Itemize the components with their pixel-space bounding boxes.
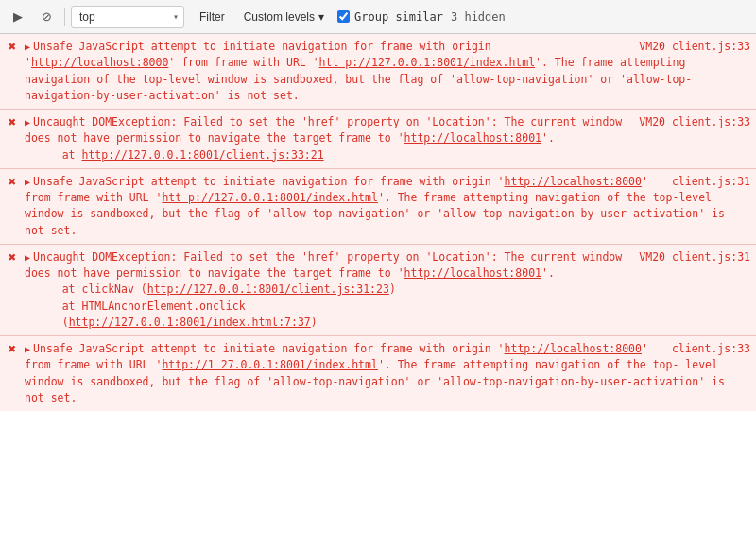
error-icon: ✖ [6,115,19,128]
log-stack: at http://127.0.0.1:8001/client.js:33:21 [25,147,750,163]
log-link[interactable]: htt p://127.0.0.1:8001/index.html [162,191,377,204]
log-source: VM20 client.js:33 [639,114,750,130]
log-message: VM20 client.js:33 ▶Uncaught DOMException… [25,114,750,147]
group-similar-wrap: Group similar [337,10,443,24]
log-entry: ✖ VM20 client.js:33 ▶Unsafe JavaScript a… [0,34,756,110]
group-similar-checkbox[interactable] [337,10,350,23]
log-link[interactable]: htt p://127.0.0.1:8001/index.html [319,56,535,69]
expand-icon[interactable]: ▶ [25,115,30,129]
log-message: client.js:31 ▶Unsafe JavaScript attempt … [25,174,750,239]
log-source: VM20 client.js:31 [639,249,750,265]
log-link[interactable]: http://localhost:8001 [404,266,541,280]
stop-button[interactable]: ⊘ [34,6,59,28]
expand-icon[interactable]: ▶ [25,175,30,189]
log-message: client.js:33 ▶Unsafe JavaScript attempt … [25,341,750,406]
error-icon: ✖ [6,342,19,355]
log-source: client.js:31 [672,174,750,190]
toolbar-divider-1 [64,8,65,26]
levels-arrow-icon: ▾ [318,10,324,24]
context-selector-wrap: top ▾ [71,6,184,28]
levels-label: Custom levels [244,10,315,24]
expand-icon[interactable]: ▶ [25,250,30,265]
log-message: VM20 client.js:31 ▶Uncaught DOMException… [25,249,750,283]
log-content: client.js:31 ▶Unsafe JavaScript attempt … [25,174,750,239]
log-source: client.js:33 [672,341,750,357]
group-similar-label[interactable]: Group similar [354,10,443,24]
log-content: client.js:33 ▶Unsafe JavaScript attempt … [25,341,750,406]
log-stack: at clickNav (http://127.0.0.1:8001/clien… [25,282,750,331]
context-select[interactable]: top [71,6,184,28]
error-icon: ✖ [6,250,19,264]
expand-icon[interactable]: ▶ [25,342,30,356]
log-entry: ✖ VM20 client.js:33 ▶Uncaught DOMExcepti… [0,110,756,169]
log-link[interactable]: http://localhost:8000 [31,56,168,69]
log-link[interactable]: http://1 27.0.0.1:8001/index.html [162,358,377,371]
levels-button[interactable]: Custom levels ▾ [236,6,332,28]
log-source: VM20 client.js:33 [639,39,750,55]
log-link[interactable]: http://localhost:8000 [505,175,642,188]
log-entry: ✖ client.js:33 ▶Unsafe JavaScript attemp… [0,336,756,411]
error-icon: ✖ [6,175,19,188]
log-container: ✖ VM20 client.js:33 ▶Unsafe JavaScript a… [0,34,756,411]
log-content: VM20 client.js:33 ▶Unsafe JavaScript att… [25,39,750,104]
log-link[interactable]: http://localhost:8001 [404,131,541,145]
log-content: VM20 client.js:31 ▶Uncaught DOMException… [25,249,750,331]
filter-button[interactable]: Filter [192,6,232,28]
log-entry: ✖ VM20 client.js:31 ▶Uncaught DOMExcepti… [0,245,756,336]
log-content: VM20 client.js:33 ▶Uncaught DOMException… [25,114,750,163]
log-message: VM20 client.js:33 ▶Unsafe JavaScript att… [25,39,750,104]
console-toolbar: ▶ ⊘ top ▾ Filter Custom levels ▾ Group s… [0,0,756,34]
stack-link[interactable]: http://127.0.0.1:8001/client.js:33:21 [81,148,323,162]
hidden-count: 3 hidden [451,10,506,24]
stack-link[interactable]: http://127.0.0.1:8001/client.js:31:23 [147,283,389,296]
expand-icon[interactable]: ▶ [25,40,30,54]
error-icon: ✖ [6,40,19,53]
stack-link[interactable]: http://127.0.0.1:8001/index.html:7:37 [69,316,311,329]
log-entry: ✖ client.js:31 ▶Unsafe JavaScript attemp… [0,169,756,245]
log-link[interactable]: http://localhost:8000 [505,342,642,355]
play-button[interactable]: ▶ [6,6,30,28]
